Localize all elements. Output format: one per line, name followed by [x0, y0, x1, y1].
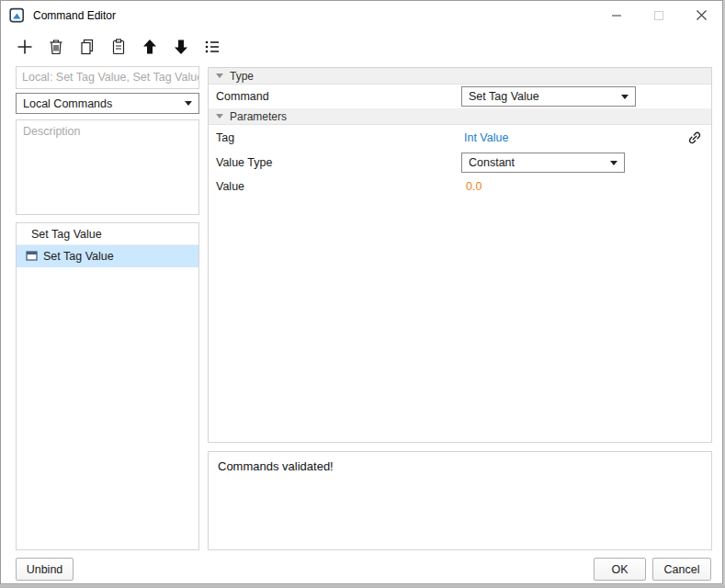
value-type-dropdown[interactable]: Constant [461, 153, 625, 173]
value-field[interactable]: 0.0 [466, 180, 481, 193]
command-list-item-label: Set Tag Value [31, 228, 102, 241]
app-icon [9, 7, 25, 23]
command-list-item-label: Set Tag Value [43, 250, 114, 263]
command-dropdown-value: Set Tag Value [469, 90, 539, 103]
delete-command-button[interactable] [44, 35, 68, 59]
value-type-row: Value Type Constant [209, 151, 711, 175]
binding-summary-field: Local: Set Tag Value, Set Tag Value [16, 66, 199, 89]
collapse-icon [216, 114, 223, 119]
maximize-button [638, 1, 680, 29]
window-controls [595, 1, 722, 29]
command-list-item-selected[interactable]: Set Tag Value [17, 245, 198, 267]
command-list: Set Tag Value Set Tag Value [16, 222, 199, 550]
command-label: Command [216, 90, 269, 103]
minimize-button[interactable] [595, 1, 638, 29]
window-title: Command Editor [33, 9, 116, 22]
command-row: Command Set Tag Value [209, 85, 711, 108]
tag-value-link[interactable]: Int Value [464, 131, 508, 144]
chevron-down-icon [610, 161, 617, 165]
unbind-button[interactable]: Unbind [16, 558, 74, 581]
chevron-down-icon [621, 95, 629, 99]
command-list-item[interactable]: Set Tag Value [17, 223, 198, 245]
chevron-down-icon [185, 101, 192, 106]
tag-label: Tag [216, 131, 234, 144]
toolbar [1, 29, 722, 63]
command-scope-value: Local Commands [23, 97, 112, 110]
copy-command-button[interactable] [75, 35, 99, 59]
command-icon [26, 250, 38, 262]
parameters-section-label: Parameters [230, 110, 287, 123]
type-section-header[interactable]: Type [209, 68, 711, 85]
titlebar: Command Editor [1, 1, 722, 29]
description-textarea[interactable]: Description [16, 119, 199, 215]
add-command-button[interactable] [13, 35, 37, 59]
value-type-dropdown-value: Constant [469, 156, 515, 169]
validation-message-box: Commands validated! [208, 451, 712, 550]
value-type-label: Value Type [216, 156, 272, 169]
command-property-panel: Type Command Set Tag Value Parameters Ta… [208, 67, 712, 443]
move-down-button[interactable] [169, 35, 193, 59]
ok-button[interactable]: OK [594, 558, 646, 581]
value-row: Value 0.0 [209, 175, 711, 198]
description-placeholder: Description [23, 125, 81, 138]
validate-commands-button[interactable] [200, 35, 224, 59]
cancel-button[interactable]: Cancel [652, 558, 711, 581]
validation-message: Commands validated! [218, 459, 334, 473]
tag-row: Tag Int Value [209, 125, 711, 151]
parameters-section-header[interactable]: Parameters [209, 108, 711, 125]
paste-command-button[interactable] [107, 35, 130, 59]
tag-browse-link-icon[interactable] [687, 130, 703, 146]
move-up-button[interactable] [138, 35, 162, 59]
command-scope-dropdown[interactable]: Local Commands [16, 93, 199, 114]
command-editor-window: Command Editor [0, 0, 723, 584]
command-dropdown[interactable]: Set Tag Value [461, 86, 636, 107]
type-section-label: Type [230, 70, 254, 83]
close-button[interactable] [680, 1, 722, 29]
value-label: Value [216, 180, 244, 193]
collapse-icon [216, 74, 223, 78]
